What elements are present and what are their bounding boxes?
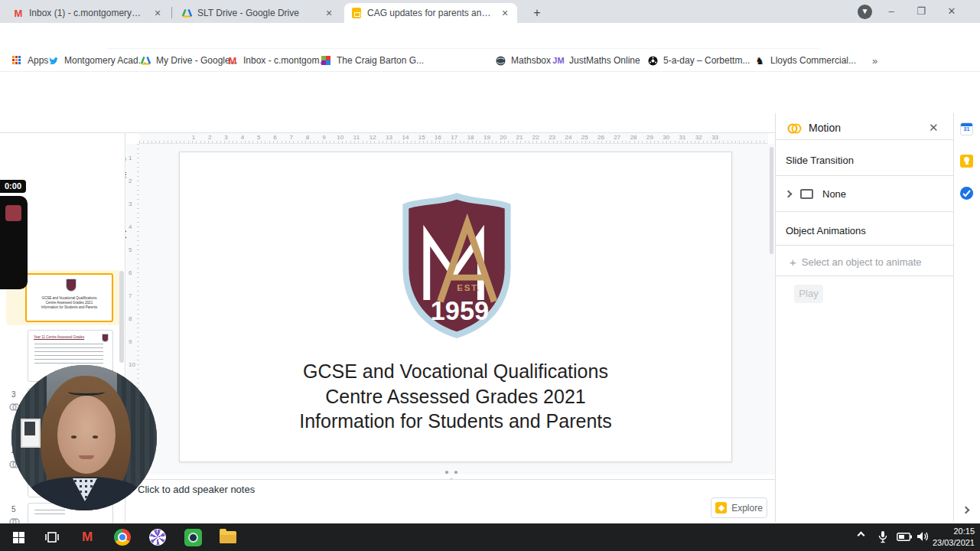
slide-transition-heading: Slide Transition: [786, 155, 854, 166]
window-minimize-button[interactable]: –: [886, 6, 897, 17]
mini-logo: [102, 334, 109, 342]
browser-navbar: ← → docs.google.com/presentation/d/185fI…: [0, 23, 980, 49]
slide-title-line-3[interactable]: Information for Students and Parents: [180, 410, 731, 432]
transition-row[interactable]: None: [786, 188, 846, 200]
explore-label: Explore: [731, 503, 763, 514]
motion-panel-close-icon[interactable]: ✕: [929, 121, 939, 135]
bookmark-label: Lloyds Commercial...: [770, 55, 856, 66]
bookmark-label: Inbox - c.montgom...: [243, 55, 327, 66]
expand-chevron-icon[interactable]: [785, 191, 793, 198]
canvas-scrollbar[interactable]: [768, 144, 775, 474]
bookmark-label: JustMaths Online: [569, 55, 640, 66]
bookmark-mydrive[interactable]: My Drive - Google...: [139, 54, 238, 67]
transition-slide-icon: [800, 189, 813, 199]
download-indicator-icon[interactable]: ▼: [858, 5, 872, 19]
recording-control-bar[interactable]: [0, 196, 28, 289]
globe-icon: [494, 54, 506, 67]
notes-resize-handle[interactable]: ● ● ●: [441, 468, 464, 474]
motion-icon: [787, 122, 802, 135]
tab-close-icon[interactable]: ×: [499, 7, 511, 19]
slides-favicon: [350, 7, 363, 19]
google-side-rail: 31: [953, 113, 980, 522]
calendar-icon[interactable]: 31: [960, 122, 973, 135]
apps-grid-icon: [11, 54, 23, 67]
tab-close-icon[interactable]: ×: [323, 7, 335, 19]
tab-drive[interactable]: SLT Drive - Google Drive ×: [174, 3, 341, 23]
tab-close-icon[interactable]: ×: [151, 7, 164, 19]
bookmark-apps[interactable]: Apps: [11, 54, 48, 67]
tab-title: Inbox (1) - c.montgomery@mont: [29, 8, 147, 18]
tab-separator: [171, 7, 172, 18]
object-animations-heading: Object Animations: [786, 225, 866, 236]
taskbar-recorder-app-icon[interactable]: [184, 528, 202, 546]
plus-icon: +: [790, 256, 796, 269]
motion-panel-title: Motion: [809, 122, 841, 134]
tasks-icon[interactable]: [960, 187, 973, 200]
add-animation-row[interactable]: + Select an object to animate: [790, 256, 922, 269]
tab-gmail[interactable]: M Inbox (1) - c.montgomery@mont ×: [6, 3, 170, 23]
side-panel-toggle-icon[interactable]: [963, 502, 969, 516]
gmail-icon: M: [226, 54, 239, 67]
drive-icon: [139, 54, 151, 67]
explore-icon: [715, 502, 727, 514]
bookmark-label: Montgomery Acad...: [64, 55, 146, 66]
tray-expand-icon[interactable]: [858, 530, 864, 540]
bookmark-lloyds[interactable]: ♞ Lloyds Commercial...: [754, 54, 856, 67]
bookmark-craig-barton[interactable]: The Craig Barton G...: [320, 54, 424, 67]
window-restore-button[interactable]: ❐: [916, 6, 926, 17]
explore-button[interactable]: Explore: [711, 497, 767, 518]
stop-recording-button[interactable]: [5, 205, 21, 221]
slide-editor[interactable]: EST. 1959 GCSE and Vocational Qualificat…: [179, 152, 732, 462]
task-view-button[interactable]: [43, 528, 61, 546]
horse-icon: ♞: [754, 54, 766, 67]
slide-title-line-2[interactable]: Centre Assessed Grades 2021: [180, 386, 731, 408]
taskbar-file-explorer-icon[interactable]: [219, 528, 237, 546]
keep-icon[interactable]: [960, 155, 973, 168]
window-close-button[interactable]: ✕: [946, 6, 957, 17]
tab-slides-active[interactable]: CAG updates for parents and stu ×: [344, 3, 517, 23]
start-button[interactable]: [9, 528, 28, 546]
slide-number: 3: [11, 390, 16, 399]
microphone-icon[interactable]: [878, 530, 887, 543]
mini-logo: [66, 279, 77, 292]
wheel-icon: [646, 54, 659, 67]
bookmark-justmaths[interactable]: JM JustMaths Online: [552, 54, 640, 67]
gmail-favicon: M: [12, 7, 24, 19]
battery-icon[interactable]: [897, 533, 912, 541]
speaker-notes-placeholder[interactable]: Click to add speaker notes: [138, 484, 255, 495]
bookmarks-overflow-icon[interactable]: »: [872, 54, 877, 67]
clock-time: 20:15: [926, 526, 975, 537]
tab-title: SLT Drive - Google Drive: [197, 8, 318, 18]
bookmark-label: My Drive - Google...: [156, 55, 238, 66]
mosaic-icon: [320, 54, 332, 67]
taskbar-gmail-icon[interactable]: M: [78, 528, 96, 546]
bookmark-label: Apps: [28, 55, 48, 66]
motion-panel: Motion ✕ Slide Transition None Object An…: [775, 113, 953, 522]
bookmark-montgomery[interactable]: Montgomery Acad...: [47, 54, 146, 67]
browser-tab-strip: M Inbox (1) - c.montgomery@mont × SLT Dr…: [0, 0, 980, 23]
filmstrip-scrollbar[interactable]: [119, 271, 124, 363]
picture-frame: [21, 419, 41, 448]
jm-icon: JM: [552, 54, 565, 67]
webcam-bubble[interactable]: [11, 365, 157, 510]
bookmark-label: 5-a-day – Corbettm...: [663, 55, 750, 66]
school-crest-logo[interactable]: EST. 1959: [396, 191, 517, 341]
slides-header: CAG updates for parents and students Mar…: [0, 72, 980, 113]
slide-title-line-1[interactable]: GCSE and Vocational Qualifications: [180, 360, 731, 383]
play-button[interactable]: Play: [794, 285, 823, 303]
bookmark-5aday[interactable]: 5-a-day – Corbettm...: [646, 54, 750, 67]
transition-value: None: [822, 188, 846, 200]
speaker-notes-area[interactable]: Click to add speaker notes Explore: [126, 479, 775, 522]
bookmark-mathsbox[interactable]: Mathsbox: [494, 54, 551, 67]
new-tab-button[interactable]: +: [529, 5, 545, 21]
bookmark-inbox[interactable]: M Inbox - c.montgom...: [226, 54, 327, 67]
system-clock[interactable]: 20:15 23/03/2021: [926, 526, 975, 549]
taskbar-flower-app-icon[interactable]: [148, 528, 167, 546]
ruler-horizontal: 1234567891011121314151617181920212223242…: [139, 133, 768, 144]
select-object-prompt: Select an object to animate: [802, 256, 922, 268]
bookmark-label: The Craig Barton G...: [337, 55, 424, 66]
slide-thumbnail-1[interactable]: GCSE and Vocational Qualifications Centr…: [25, 273, 113, 322]
bookmarks-bar: Apps Montgomery Acad... My Drive - Googl…: [0, 49, 980, 72]
slide-canvas-area: EST. 1959 GCSE and Vocational Qualificat…: [139, 144, 768, 474]
taskbar-chrome-icon[interactable]: [113, 528, 132, 546]
